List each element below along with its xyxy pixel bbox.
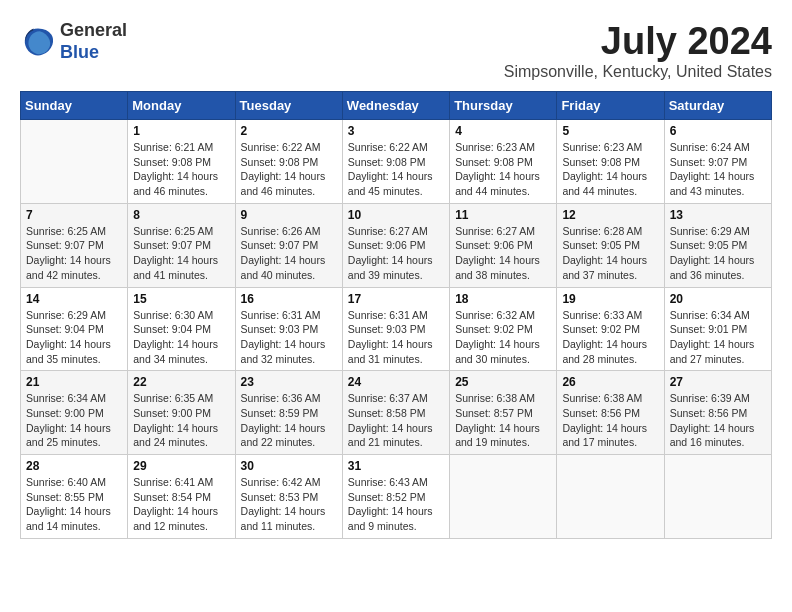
day-number: 22 bbox=[133, 375, 229, 389]
calendar-cell: 17Sunrise: 6:31 AMSunset: 9:03 PMDayligh… bbox=[342, 287, 449, 371]
calendar-cell: 31Sunrise: 6:43 AMSunset: 8:52 PMDayligh… bbox=[342, 455, 449, 539]
day-number: 13 bbox=[670, 208, 766, 222]
day-number: 20 bbox=[670, 292, 766, 306]
day-info: Sunrise: 6:38 AMSunset: 8:57 PMDaylight:… bbox=[455, 391, 551, 450]
calendar-cell: 1Sunrise: 6:21 AMSunset: 9:08 PMDaylight… bbox=[128, 120, 235, 204]
day-info: Sunrise: 6:35 AMSunset: 9:00 PMDaylight:… bbox=[133, 391, 229, 450]
calendar-cell: 16Sunrise: 6:31 AMSunset: 9:03 PMDayligh… bbox=[235, 287, 342, 371]
day-info: Sunrise: 6:41 AMSunset: 8:54 PMDaylight:… bbox=[133, 475, 229, 534]
calendar-cell: 28Sunrise: 6:40 AMSunset: 8:55 PMDayligh… bbox=[21, 455, 128, 539]
day-info: Sunrise: 6:34 AMSunset: 9:01 PMDaylight:… bbox=[670, 308, 766, 367]
day-info: Sunrise: 6:25 AMSunset: 9:07 PMDaylight:… bbox=[133, 224, 229, 283]
day-info: Sunrise: 6:32 AMSunset: 9:02 PMDaylight:… bbox=[455, 308, 551, 367]
calendar-cell: 27Sunrise: 6:39 AMSunset: 8:56 PMDayligh… bbox=[664, 371, 771, 455]
day-info: Sunrise: 6:24 AMSunset: 9:07 PMDaylight:… bbox=[670, 140, 766, 199]
day-info: Sunrise: 6:39 AMSunset: 8:56 PMDaylight:… bbox=[670, 391, 766, 450]
day-info: Sunrise: 6:36 AMSunset: 8:59 PMDaylight:… bbox=[241, 391, 337, 450]
day-info: Sunrise: 6:22 AMSunset: 9:08 PMDaylight:… bbox=[348, 140, 444, 199]
day-info: Sunrise: 6:31 AMSunset: 9:03 PMDaylight:… bbox=[241, 308, 337, 367]
day-number: 30 bbox=[241, 459, 337, 473]
day-number: 21 bbox=[26, 375, 122, 389]
day-info: Sunrise: 6:34 AMSunset: 9:00 PMDaylight:… bbox=[26, 391, 122, 450]
day-number: 12 bbox=[562, 208, 658, 222]
day-info: Sunrise: 6:30 AMSunset: 9:04 PMDaylight:… bbox=[133, 308, 229, 367]
day-info: Sunrise: 6:22 AMSunset: 9:08 PMDaylight:… bbox=[241, 140, 337, 199]
calendar-cell bbox=[557, 455, 664, 539]
week-row-4: 21Sunrise: 6:34 AMSunset: 9:00 PMDayligh… bbox=[21, 371, 772, 455]
week-row-2: 7Sunrise: 6:25 AMSunset: 9:07 PMDaylight… bbox=[21, 203, 772, 287]
day-info: Sunrise: 6:38 AMSunset: 8:56 PMDaylight:… bbox=[562, 391, 658, 450]
day-number: 11 bbox=[455, 208, 551, 222]
calendar-header-row: SundayMondayTuesdayWednesdayThursdayFrid… bbox=[21, 92, 772, 120]
calendar-cell: 13Sunrise: 6:29 AMSunset: 9:05 PMDayligh… bbox=[664, 203, 771, 287]
week-row-3: 14Sunrise: 6:29 AMSunset: 9:04 PMDayligh… bbox=[21, 287, 772, 371]
calendar-cell: 24Sunrise: 6:37 AMSunset: 8:58 PMDayligh… bbox=[342, 371, 449, 455]
calendar-cell bbox=[664, 455, 771, 539]
day-number: 28 bbox=[26, 459, 122, 473]
logo-general-text: General bbox=[60, 20, 127, 40]
day-number: 26 bbox=[562, 375, 658, 389]
day-number: 19 bbox=[562, 292, 658, 306]
day-number: 4 bbox=[455, 124, 551, 138]
calendar-cell bbox=[450, 455, 557, 539]
logo-icon bbox=[20, 24, 56, 60]
day-info: Sunrise: 6:29 AMSunset: 9:04 PMDaylight:… bbox=[26, 308, 122, 367]
calendar-cell bbox=[21, 120, 128, 204]
calendar-cell: 10Sunrise: 6:27 AMSunset: 9:06 PMDayligh… bbox=[342, 203, 449, 287]
calendar-cell: 25Sunrise: 6:38 AMSunset: 8:57 PMDayligh… bbox=[450, 371, 557, 455]
header-saturday: Saturday bbox=[664, 92, 771, 120]
day-info: Sunrise: 6:27 AMSunset: 9:06 PMDaylight:… bbox=[348, 224, 444, 283]
day-info: Sunrise: 6:23 AMSunset: 9:08 PMDaylight:… bbox=[455, 140, 551, 199]
calendar-cell: 15Sunrise: 6:30 AMSunset: 9:04 PMDayligh… bbox=[128, 287, 235, 371]
calendar-cell: 30Sunrise: 6:42 AMSunset: 8:53 PMDayligh… bbox=[235, 455, 342, 539]
page-header: General Blue July 2024 Simpsonville, Ken… bbox=[20, 20, 772, 81]
day-info: Sunrise: 6:26 AMSunset: 9:07 PMDaylight:… bbox=[241, 224, 337, 283]
day-number: 29 bbox=[133, 459, 229, 473]
header-thursday: Thursday bbox=[450, 92, 557, 120]
calendar-cell: 19Sunrise: 6:33 AMSunset: 9:02 PMDayligh… bbox=[557, 287, 664, 371]
header-sunday: Sunday bbox=[21, 92, 128, 120]
day-number: 1 bbox=[133, 124, 229, 138]
day-info: Sunrise: 6:27 AMSunset: 9:06 PMDaylight:… bbox=[455, 224, 551, 283]
day-info: Sunrise: 6:21 AMSunset: 9:08 PMDaylight:… bbox=[133, 140, 229, 199]
day-number: 3 bbox=[348, 124, 444, 138]
calendar-cell: 5Sunrise: 6:23 AMSunset: 9:08 PMDaylight… bbox=[557, 120, 664, 204]
calendar-cell: 7Sunrise: 6:25 AMSunset: 9:07 PMDaylight… bbox=[21, 203, 128, 287]
calendar-cell: 8Sunrise: 6:25 AMSunset: 9:07 PMDaylight… bbox=[128, 203, 235, 287]
day-info: Sunrise: 6:37 AMSunset: 8:58 PMDaylight:… bbox=[348, 391, 444, 450]
day-info: Sunrise: 6:43 AMSunset: 8:52 PMDaylight:… bbox=[348, 475, 444, 534]
day-number: 16 bbox=[241, 292, 337, 306]
calendar-cell: 14Sunrise: 6:29 AMSunset: 9:04 PMDayligh… bbox=[21, 287, 128, 371]
calendar-cell: 29Sunrise: 6:41 AMSunset: 8:54 PMDayligh… bbox=[128, 455, 235, 539]
logo-blue-text: Blue bbox=[60, 42, 99, 62]
header-wednesday: Wednesday bbox=[342, 92, 449, 120]
calendar-table: SundayMondayTuesdayWednesdayThursdayFrid… bbox=[20, 91, 772, 539]
calendar-cell: 2Sunrise: 6:22 AMSunset: 9:08 PMDaylight… bbox=[235, 120, 342, 204]
day-number: 9 bbox=[241, 208, 337, 222]
week-row-1: 1Sunrise: 6:21 AMSunset: 9:08 PMDaylight… bbox=[21, 120, 772, 204]
day-number: 27 bbox=[670, 375, 766, 389]
calendar-cell: 23Sunrise: 6:36 AMSunset: 8:59 PMDayligh… bbox=[235, 371, 342, 455]
day-number: 18 bbox=[455, 292, 551, 306]
day-number: 14 bbox=[26, 292, 122, 306]
calendar-cell: 12Sunrise: 6:28 AMSunset: 9:05 PMDayligh… bbox=[557, 203, 664, 287]
day-number: 7 bbox=[26, 208, 122, 222]
day-info: Sunrise: 6:28 AMSunset: 9:05 PMDaylight:… bbox=[562, 224, 658, 283]
header-monday: Monday bbox=[128, 92, 235, 120]
day-info: Sunrise: 6:29 AMSunset: 9:05 PMDaylight:… bbox=[670, 224, 766, 283]
title-area: July 2024 Simpsonville, Kentucky, United… bbox=[504, 20, 772, 81]
calendar-cell: 21Sunrise: 6:34 AMSunset: 9:00 PMDayligh… bbox=[21, 371, 128, 455]
week-row-5: 28Sunrise: 6:40 AMSunset: 8:55 PMDayligh… bbox=[21, 455, 772, 539]
day-info: Sunrise: 6:33 AMSunset: 9:02 PMDaylight:… bbox=[562, 308, 658, 367]
calendar-cell: 9Sunrise: 6:26 AMSunset: 9:07 PMDaylight… bbox=[235, 203, 342, 287]
day-number: 31 bbox=[348, 459, 444, 473]
day-number: 23 bbox=[241, 375, 337, 389]
calendar-cell: 11Sunrise: 6:27 AMSunset: 9:06 PMDayligh… bbox=[450, 203, 557, 287]
day-info: Sunrise: 6:42 AMSunset: 8:53 PMDaylight:… bbox=[241, 475, 337, 534]
calendar-cell: 26Sunrise: 6:38 AMSunset: 8:56 PMDayligh… bbox=[557, 371, 664, 455]
day-number: 2 bbox=[241, 124, 337, 138]
day-number: 5 bbox=[562, 124, 658, 138]
day-info: Sunrise: 6:25 AMSunset: 9:07 PMDaylight:… bbox=[26, 224, 122, 283]
day-info: Sunrise: 6:23 AMSunset: 9:08 PMDaylight:… bbox=[562, 140, 658, 199]
day-info: Sunrise: 6:40 AMSunset: 8:55 PMDaylight:… bbox=[26, 475, 122, 534]
